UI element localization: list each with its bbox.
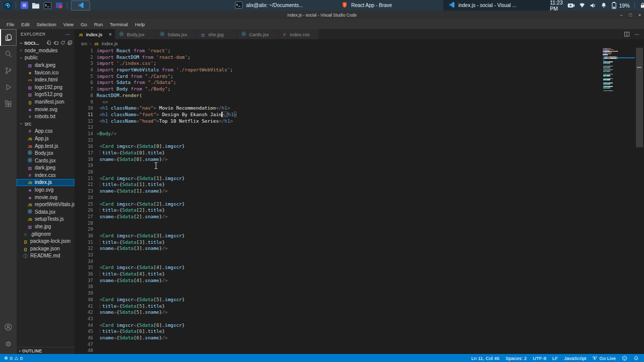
new-folder-icon[interactable] (53, 40, 58, 46)
tab-Cards.jsx[interactable]: Cards.jsx (237, 29, 278, 39)
file-favicon.ico[interactable]: ★favicon.ico (17, 69, 74, 76)
file-index.js[interactable]: JSindex.js (17, 179, 74, 187)
code-line-20[interactable]: 20 (74, 169, 644, 175)
code-line-36[interactable]: 36 title={Sdata[4].title} (74, 271, 644, 278)
run-and-debug-icon[interactable] (0, 79, 17, 96)
editor-scrollbar[interactable] (635, 48, 644, 354)
file-App.js[interactable]: JSApp.js (17, 135, 74, 142)
menu-go[interactable]: Go (77, 21, 91, 28)
code-line-11[interactable]: 11 <h1 className="foot"> Design By Ekans… (74, 112, 644, 118)
code-line-41[interactable]: 41 title={Sdata[5].title} (74, 303, 644, 310)
code-line-19[interactable]: 19 (74, 162, 644, 169)
code-line-29[interactable]: 29 (74, 226, 644, 233)
file-node_modules[interactable]: ›node_modules (17, 47, 74, 54)
code-line-34[interactable]: 34 (74, 258, 644, 265)
software-center-icon[interactable] (20, 1, 29, 10)
file-App.test.js[interactable]: JSApp.test.js (17, 142, 74, 150)
file-.gitignore[interactable]: ◇.gitignore (17, 230, 74, 238)
explorer-icon[interactable] (0, 29, 17, 46)
status-lf[interactable]: LF (552, 355, 558, 361)
explorer-more-actions-icon[interactable]: ⋯ (65, 32, 70, 37)
code-line-30[interactable]: 30 <Card imgscr={Sdata[3].imgscr} (74, 233, 644, 239)
code-line-47[interactable]: 47 (74, 341, 644, 348)
code-line-46[interactable]: 46 sname={Sdata[6].sname}/> (74, 335, 644, 341)
taskbar-window-vscode[interactable]: index.js - social - Visual ... (443, 0, 550, 11)
taskbar-window-terminal[interactable]: alix@alix: ~/Documents... (230, 0, 337, 11)
code-line-6[interactable]: 6import Sdata from "./Sdata"; (74, 79, 644, 86)
menu-terminal[interactable]: Terminal (106, 21, 131, 28)
file-logo192.png[interactable]: ▨logo192.png (17, 83, 74, 91)
code-line-24[interactable]: 24 (74, 195, 644, 201)
code-editor[interactable]: 1import React from 'react';2import React… (74, 48, 644, 354)
file-logo512.png[interactable]: ▨logo512.png (17, 91, 74, 99)
close-button[interactable]: × (638, 13, 641, 18)
accounts-icon[interactable] (0, 319, 17, 335)
file-robots.txt[interactable]: ≡robots.txt (17, 113, 74, 120)
code-line-22[interactable]: 22 title={Sdata[1].title} (74, 182, 644, 188)
code-line-5[interactable]: 5import Card from "./Cards"; (74, 73, 644, 80)
file-public[interactable]: ›public (17, 54, 74, 62)
minimize-button[interactable]: − (620, 13, 622, 18)
lock-icon[interactable] (639, 2, 644, 9)
notifications-bell-icon[interactable] (633, 355, 639, 361)
menu-file[interactable]: File (3, 21, 18, 28)
code-line-27[interactable]: 27 sname={Sdata[2].sname}/> (74, 214, 644, 220)
file-setupTests.js[interactable]: JSsetupTests.js (17, 216, 74, 223)
tab-index.js[interactable]: JSindex.js× (74, 29, 115, 39)
code-line-38[interactable]: 38 (74, 284, 644, 290)
menu-edit[interactable]: Edit (18, 21, 33, 28)
file-src[interactable]: ›src (17, 120, 74, 128)
code-line-25[interactable]: 25 <Card imgscr={Sdata[2].imgscr} (74, 201, 644, 208)
editor-more-actions-icon[interactable]: ⋯ (634, 32, 639, 37)
new-file-icon[interactable] (46, 40, 51, 46)
file-Cards.jsx[interactable]: Cards.jsx (17, 157, 74, 164)
search-icon[interactable] (0, 46, 17, 62)
file-Body.jsx[interactable]: Body.jsx (17, 149, 74, 157)
code-line-3[interactable]: 3import './index.css'; (74, 60, 644, 67)
code-line-26[interactable]: 26 title={Sdata[2].title} (74, 207, 644, 214)
status-javascript[interactable]: JavaScript (564, 355, 586, 361)
file-logo.svg[interactable]: ◈logo.svg (17, 186, 74, 194)
go-live-button[interactable]: Go Live (592, 355, 616, 361)
code-line-37[interactable]: 37 sname={Sdata[4].sname}/> (74, 278, 644, 284)
code-line-9[interactable]: 9 <> (74, 99, 644, 106)
settings-icon[interactable]: ⚙ (0, 335, 17, 352)
code-line-2[interactable]: 2import ReactDOM from 'react-dom'; (74, 54, 644, 61)
tab-Sdata.jsx[interactable]: Sdata.jsx (156, 29, 197, 39)
code-line-33[interactable]: 33 (74, 252, 644, 258)
file-App.css[interactable]: #App.css (17, 128, 74, 135)
tab-she.jpg[interactable]: ▨she.jpg (197, 29, 237, 39)
media-app-icon[interactable] (54, 1, 63, 10)
split-editor-icon[interactable] (624, 31, 630, 37)
code-line-13[interactable]: 13 (74, 124, 644, 131)
project-section-header[interactable]: › SOCI... (17, 39, 74, 47)
code-line-1[interactable]: 1import React from 'react'; (74, 48, 644, 54)
code-line-18[interactable]: 18 sname={Sdata[0].sname}/> (74, 156, 644, 163)
file-reportWebVitals.js[interactable]: JSreportWebVitals.js (17, 201, 74, 208)
file-dark.jpeg[interactable]: ▨dark.jpeg (17, 61, 74, 69)
code-line-14[interactable]: 14<Body/> (74, 131, 644, 137)
taskbar-window-brave[interactable]: React App - Brave (337, 0, 443, 11)
menu-view[interactable]: View (60, 21, 77, 28)
code-line-35[interactable]: 35 <Card imgscr={Sdata[4].imgscr} (74, 264, 644, 271)
file-she.jpg[interactable]: ▨she.jpg (17, 223, 74, 230)
close-tab-icon[interactable]: × (109, 32, 112, 37)
code-line-31[interactable]: 31 title={Sdata[3].title} (74, 239, 644, 246)
file-dark.jpeg[interactable]: ▨dark.jpeg (17, 164, 74, 172)
battery-icon[interactable] (611, 2, 617, 9)
file-manifest.json[interactable]: {}manifest.json (17, 98, 74, 106)
taskbar-clock[interactable]: 11:23 PM (550, 0, 563, 12)
code-line-40[interactable]: 40 <Card imgscr={Sdata[5].imgscr} (74, 297, 644, 303)
collapse-folders-icon[interactable] (67, 40, 72, 46)
code-line-45[interactable]: 45 title={Sdata[6].title} (74, 328, 644, 335)
terminal-icon[interactable] (43, 1, 52, 10)
breadcrumb-item-index.js[interactable]: index.js (102, 41, 118, 46)
window-titlebar[interactable]: index.js - social - Visual Studio Code −… (0, 11, 644, 19)
code-line-7[interactable]: 7import Body from "./Body"; (74, 86, 644, 93)
code-line-21[interactable]: 21 <Card imgscr={Sdata[1].imgscr} (74, 175, 644, 182)
extensions-icon[interactable] (0, 96, 17, 112)
code-line-12[interactable]: 12 <h1 className="head">Top 10 Netflix S… (74, 118, 644, 125)
code-line-4[interactable]: 4import reportWebVitals from './reportWe… (74, 67, 644, 73)
notifications-icon[interactable] (601, 2, 607, 9)
file-package-lock.json[interactable]: {}package-lock.json (17, 237, 74, 245)
